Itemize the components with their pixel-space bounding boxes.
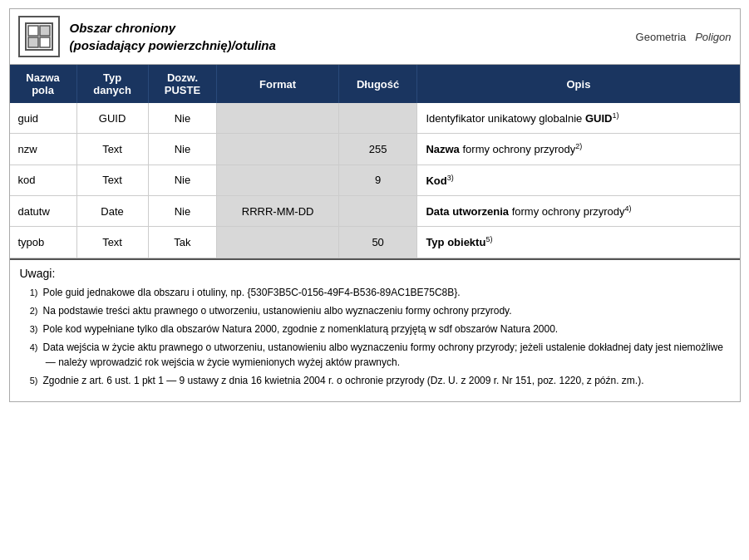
table-row: datutw Date Nie RRRR-MM-DD Data utworzen… <box>10 195 740 226</box>
cell-typ: Text <box>76 227 148 258</box>
cell-typ: Text <box>76 134 148 165</box>
table-row: guid GUID Nie Identyfikator unikatowy gl… <box>10 103 740 134</box>
geo-label: Geometria <box>636 31 687 43</box>
list-item: 3) Pole kod wypełniane tylko dla obszaró… <box>20 322 730 336</box>
cell-nazwa: typob <box>10 227 77 258</box>
cell-opis: Typ obiektu5) <box>417 227 740 258</box>
geo-value: Poligon <box>695 31 731 43</box>
header-title: Obszar chroniony (posiadający powierzchn… <box>70 19 619 54</box>
cell-nazwa: nzw <box>10 134 77 165</box>
svg-rect-4 <box>40 37 50 47</box>
col-nazwa: Nazwapola <box>10 65 77 103</box>
title-line2: (posiadający powierzchnię)/otulina <box>70 38 276 52</box>
header: Obszar chroniony (posiadający powierzchn… <box>10 9 740 65</box>
main-container: Obszar chroniony (posiadający powierzchn… <box>9 8 741 402</box>
col-dlugosc: Długość <box>338 65 417 103</box>
list-item: 5) Zgodnie z art. 6 ust. 1 pkt 1 — 9 ust… <box>20 373 730 388</box>
table-header-row: Nazwapola Typdanych Dozw.PUSTE Format Dł… <box>10 65 740 103</box>
header-icon <box>18 16 60 57</box>
cell-typ: Text <box>76 165 148 195</box>
col-format: Format <box>217 65 338 103</box>
cell-opis: Identyfikator unikatowy globalnie GUID1) <box>417 103 740 134</box>
cell-dozw: Nie <box>148 134 217 165</box>
cell-format <box>217 227 338 258</box>
cell-dlugosc: 9 <box>338 165 417 195</box>
list-item: 2) Na podstawie treści aktu prawnego o u… <box>20 303 730 318</box>
list-item: 4) Data wejścia w życie aktu prawnego o … <box>20 340 730 370</box>
note-number: 4) <box>20 340 43 355</box>
cell-dozw: Nie <box>148 195 217 226</box>
col-dozw: Dozw.PUSTE <box>148 65 217 103</box>
note-text: Data wejścia w życie aktu prawnego o utw… <box>43 340 730 370</box>
cell-opis: Kod3) <box>417 165 740 195</box>
cell-dlugosc <box>338 103 417 134</box>
cell-typ: Date <box>76 195 148 226</box>
cell-typ: GUID <box>76 103 148 134</box>
note-number: 3) <box>20 322 43 336</box>
note-number: 2) <box>20 303 43 318</box>
cell-dozw: Nie <box>148 165 217 195</box>
cell-nazwa: datutw <box>10 195 77 226</box>
cell-opis: Nazwa formy ochrony przyrody2) <box>417 134 740 165</box>
svg-rect-1 <box>28 26 38 36</box>
cell-format: RRRR-MM-DD <box>217 195 338 226</box>
svg-rect-2 <box>40 26 50 36</box>
header-geometry: Geometria Poligon <box>619 31 732 43</box>
main-title: Obszar chroniony (posiadający powierzchn… <box>70 19 619 54</box>
cell-format <box>217 134 338 165</box>
note-text: Zgodnie z art. 6 ust. 1 pkt 1 — 9 ustawy… <box>43 373 730 388</box>
data-table: Nazwapola Typdanych Dozw.PUSTE Format Dł… <box>10 65 740 258</box>
cell-format <box>217 165 338 195</box>
cell-dozw: Nie <box>148 103 217 134</box>
cell-opis: Data utworzenia formy ochrony przyrody4) <box>417 195 740 226</box>
cell-nazwa: kod <box>10 165 77 195</box>
cell-dlugosc: 255 <box>338 134 417 165</box>
layer-icon <box>24 22 54 52</box>
table-row: nzw Text Nie 255 Nazwa formy ochrony prz… <box>10 134 740 165</box>
cell-dozw: Tak <box>148 227 217 258</box>
note-text: Pole guid jednakowe dla obszaru i otulin… <box>43 285 730 300</box>
col-typ: Typdanych <box>76 65 148 103</box>
table-row: kod Text Nie 9 Kod3) <box>10 165 740 195</box>
notes-title: Uwagi: <box>20 267 730 280</box>
cell-nazwa: guid <box>10 103 77 134</box>
col-opis: Opis <box>417 65 740 103</box>
note-number: 1) <box>20 285 43 300</box>
notes-section: Uwagi: 1) Pole guid jednakowe dla obszar… <box>10 258 740 401</box>
cell-dlugosc: 50 <box>338 227 417 258</box>
table-row: typob Text Tak 50 Typ obiektu5) <box>10 227 740 258</box>
note-number: 5) <box>20 373 43 388</box>
cell-format <box>217 103 338 134</box>
note-text: Na podstawie treści aktu prawnego o utwo… <box>43 303 730 318</box>
cell-dlugosc <box>338 195 417 226</box>
title-line1: Obszar chroniony <box>70 21 176 35</box>
list-item: 1) Pole guid jednakowe dla obszaru i otu… <box>20 285 730 300</box>
svg-rect-3 <box>28 37 38 47</box>
notes-list: 1) Pole guid jednakowe dla obszaru i otu… <box>20 285 730 388</box>
note-text: Pole kod wypełniane tylko dla obszarów N… <box>43 322 730 336</box>
